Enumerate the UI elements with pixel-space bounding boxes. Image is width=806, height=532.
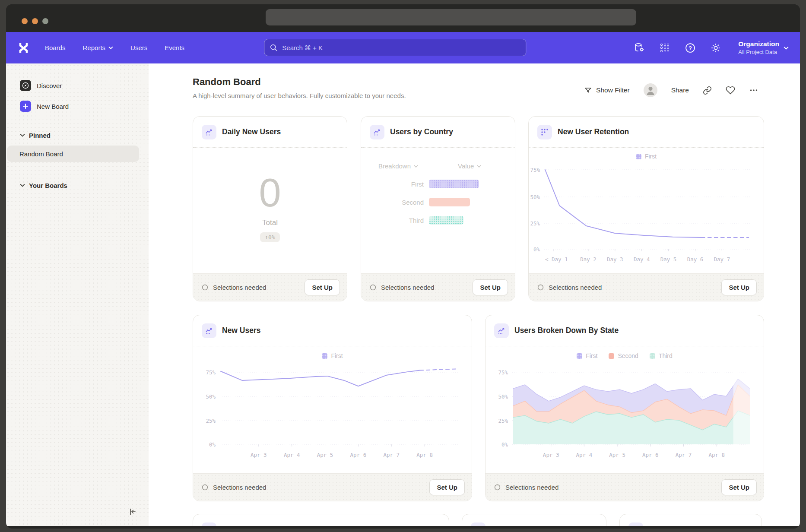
data-management-icon[interactable] — [634, 42, 645, 54]
metric-delta-badge: ↑0% — [260, 232, 279, 242]
breakdown-label: Breakdown — [378, 162, 411, 170]
svg-text:Day 5: Day 5 — [660, 256, 677, 263]
your-boards-label: Your Boards — [29, 182, 67, 189]
org-switcher[interactable]: Organization All Project Data — [738, 40, 789, 55]
card-new-user-retention: New User Retention First75%50%25%0%< Day… — [528, 116, 764, 301]
sidebar-item-discover[interactable]: Discover — [6, 80, 149, 91]
avatar[interactable] — [644, 83, 657, 97]
show-filter-button[interactable]: Show Filter — [584, 86, 630, 95]
page-title: Random Board — [193, 76, 261, 88]
retention-chart: First75%50%25%0%< Day 1Day 2Day 3Day 4Da… — [529, 148, 764, 274]
chevron-down-icon — [108, 46, 113, 49]
svg-text:Apr 6: Apr 6 — [642, 452, 659, 458]
set-up-button[interactable]: Set Up — [429, 479, 465, 495]
svg-text:75%: 75% — [498, 369, 508, 376]
status-text: Selections needed — [213, 484, 266, 491]
svg-text:Apr 5: Apr 5 — [317, 452, 333, 458]
nav-boards-label: Boards — [45, 44, 66, 51]
top-nav: Boards Reports Users Events — [6, 32, 800, 63]
card-title: Daily New Users — [222, 127, 281, 136]
card-active-users: Active Users — [619, 514, 762, 526]
svg-text:Day 7: Day 7 — [714, 256, 730, 263]
org-name: Organization — [738, 40, 779, 48]
svg-text:Day 4: Day 4 — [634, 256, 650, 263]
svg-text:Apr 7: Apr 7 — [383, 452, 400, 458]
status-text: Selections needed — [549, 284, 602, 291]
retention-grid-icon — [537, 125, 552, 139]
sidebar-item-new-board[interactable]: New Board — [6, 101, 149, 112]
breakdown-dropdown[interactable]: Breakdown — [378, 162, 418, 170]
card-body: 0 Total ↑0% — [193, 148, 347, 274]
breakdown-bar — [429, 198, 470, 206]
discover-label: Discover — [37, 82, 62, 89]
nav-item-reports[interactable]: Reports — [83, 44, 114, 51]
nav-item-boards[interactable]: Boards — [45, 44, 66, 51]
set-up-button[interactable]: Set Up — [473, 279, 508, 295]
status-circle-icon — [202, 284, 208, 291]
card-title: Users Broken Down By State — [514, 326, 619, 335]
card-footer: Selections needed Set Up — [193, 273, 347, 301]
status-circle-icon — [494, 484, 501, 491]
window-zoom-button[interactable] — [42, 18, 48, 24]
collapse-sidebar-icon[interactable] — [128, 507, 137, 516]
search-input[interactable] — [282, 44, 520, 51]
nav-events-label: Events — [165, 44, 184, 51]
breakdown-bar — [429, 180, 479, 188]
metric-value: 0 — [193, 173, 347, 212]
search-bar[interactable] — [264, 39, 526, 56]
card-title: Stacked Line Graph — [222, 526, 293, 526]
sidebar: Discover New Board Pinned Random Board — [6, 63, 149, 526]
breakdown-bar — [429, 216, 463, 225]
apps-grid-icon[interactable] — [659, 42, 670, 54]
svg-text:75%: 75% — [206, 369, 216, 376]
line-chart-icon — [494, 323, 509, 338]
card-title: Insights Report — [491, 526, 546, 526]
line-chart-icon — [202, 522, 216, 526]
card-header: Daily New Users — [193, 117, 347, 148]
card-footer: Selections needed Set Up — [361, 273, 515, 301]
card-header: Active Users — [620, 514, 762, 526]
svg-text:Apr 3: Apr 3 — [543, 452, 559, 458]
window-close-button[interactable] — [22, 18, 28, 24]
address-bar[interactable] — [266, 9, 636, 25]
breakdown-row-label: Third — [361, 217, 424, 224]
set-up-button[interactable]: Set Up — [305, 279, 340, 295]
card-header: Users by Country — [361, 117, 515, 148]
search-icon — [270, 44, 278, 52]
sidebar-item-random-board[interactable]: Random Board — [7, 146, 139, 162]
svg-text:Apr 6: Apr 6 — [350, 452, 367, 458]
svg-text:Apr 7: Apr 7 — [676, 452, 692, 458]
compass-icon — [20, 80, 31, 91]
favorite-heart-icon[interactable] — [726, 86, 735, 95]
share-button[interactable]: Share — [671, 86, 689, 94]
more-options-icon[interactable] — [749, 86, 758, 95]
mixpanel-logo-icon[interactable] — [17, 41, 30, 54]
nav-item-events[interactable]: Events — [165, 44, 184, 51]
window-minimize-button[interactable] — [32, 18, 38, 24]
svg-text:Apr 5: Apr 5 — [609, 452, 625, 458]
card-title: New User Retention — [558, 127, 629, 136]
set-up-button[interactable]: Set Up — [721, 279, 757, 295]
nav-item-users[interactable]: Users — [130, 44, 147, 51]
settings-gear-icon[interactable] — [710, 42, 721, 54]
card-header: New Users — [193, 315, 472, 346]
svg-text:0%: 0% — [501, 441, 508, 448]
svg-text:Apr 4: Apr 4 — [576, 452, 593, 458]
svg-text:Apr 4: Apr 4 — [284, 452, 300, 458]
card-header: Stacked Line Graph — [193, 514, 449, 526]
breakdown-row: First — [361, 180, 515, 188]
status-text: Selections needed — [505, 484, 558, 491]
sidebar-section-pinned[interactable]: Pinned — [6, 131, 149, 139]
svg-text:Day 2: Day 2 — [580, 256, 597, 263]
value-dropdown[interactable]: Value — [458, 162, 481, 170]
card-footer: Selections needed Set Up — [529, 273, 764, 301]
status-circle-icon — [537, 284, 544, 291]
sidebar-section-your-boards[interactable]: Your Boards — [6, 181, 149, 190]
svg-text:75%: 75% — [530, 167, 540, 173]
card-footer: Selections needed Set Up — [193, 473, 472, 501]
set-up-button[interactable]: Set Up — [721, 479, 757, 495]
copy-link-icon[interactable] — [703, 86, 712, 95]
chevron-down-icon — [20, 133, 25, 137]
breakdown-row: Second — [361, 198, 515, 206]
help-icon[interactable]: ? — [685, 42, 696, 54]
